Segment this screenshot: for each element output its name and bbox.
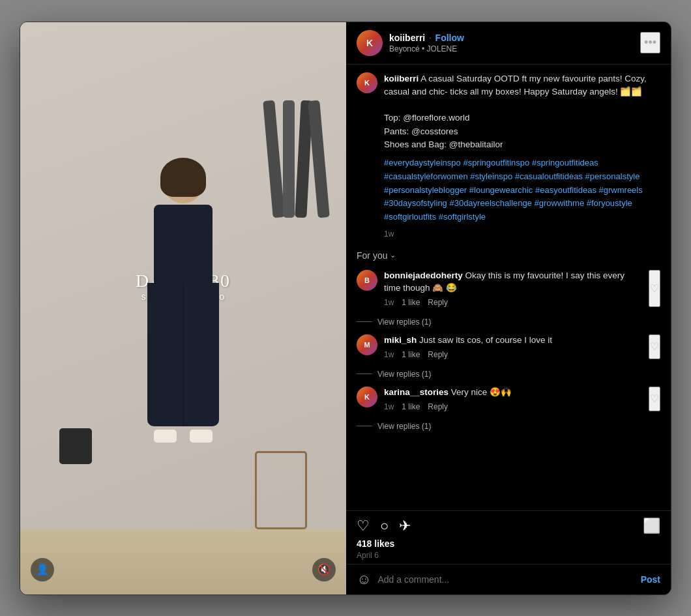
comment-time-0: 1w <box>384 298 394 307</box>
header-info: koiiberri · Follow Beyoncé • JOLENE <box>389 33 640 53</box>
comment-input[interactable] <box>377 574 634 585</box>
post-header: K koiiberri · Follow Beyoncé • JOLENE ••… <box>346 22 671 65</box>
person-foot-right <box>190 430 213 443</box>
bag <box>59 428 92 464</box>
action-icons: ♡ ○ ✈ ⬜ <box>357 518 660 535</box>
person-foot-left <box>154 430 177 443</box>
caption-username[interactable]: koiiberri <box>384 74 419 83</box>
view-replies-2[interactable]: View replies (1) <box>377 422 431 431</box>
commenter-content-2: Very nice 😍🙌 <box>451 387 512 397</box>
comment-meta-0: 1w 1 like Reply <box>384 298 642 307</box>
person-pants <box>147 283 219 426</box>
video-controls: 👤 🔇 <box>20 558 346 581</box>
reply-button-2[interactable]: Reply <box>428 402 448 411</box>
person-head <box>164 164 203 203</box>
comment-row: B bonniejadedoherty Okay this is my favo… <box>357 270 660 307</box>
post-comment-button[interactable]: Post <box>641 574 660 585</box>
follow-button[interactable]: Follow <box>435 33 464 43</box>
author-username[interactable]: koiiberri <box>389 33 425 43</box>
like-button[interactable]: ♡ <box>357 518 370 535</box>
song-title: JOLENE <box>427 44 458 53</box>
dot-separator: · <box>429 33 431 42</box>
add-comment-row: ☺ Post <box>346 564 671 594</box>
author-avatar[interactable]: K <box>357 30 383 56</box>
mute-icon: 🔇 <box>317 563 331 576</box>
like-comment-1[interactable]: ♡ <box>649 334 660 359</box>
comment-text-1: miki_sh Just saw its cos, of course I lo… <box>384 334 642 347</box>
view-replies-0[interactable]: View replies (1) <box>377 317 431 327</box>
commenter-username-2[interactable]: karina__stories <box>384 387 448 397</box>
hashtags: #everydaystyleinspo #springoutfitinspo #… <box>384 156 660 224</box>
view-replies-row-2: View replies (1) <box>357 422 660 431</box>
heart-icon: ♡ <box>357 518 370 535</box>
profile-button[interactable]: 👤 <box>31 558 54 581</box>
caption-body: A casual Saturday OOTD ft my new favouri… <box>384 74 647 96</box>
commenter-avatar-1[interactable]: M <box>357 334 377 355</box>
likes-count: 418 likes <box>357 538 660 549</box>
post-caption: K koiiberri A casual Saturday OOTD ft my… <box>357 72 660 240</box>
mute-button[interactable]: 🔇 <box>312 558 336 581</box>
commenter-username-0[interactable]: bonniejadedoherty <box>384 271 463 280</box>
post-actions: ♡ ○ ✈ ⬜ 418 likes April 6 <box>346 510 671 564</box>
comment-body-1: miki_sh Just saw its cos, of course I lo… <box>384 334 642 359</box>
like-comment-0[interactable]: ♡ <box>649 270 660 307</box>
header-top: koiiberri · Follow <box>389 33 640 43</box>
emoji-button[interactable]: ☺ <box>357 571 371 588</box>
chair <box>255 451 307 529</box>
for-you-row[interactable]: For you ⌄ <box>357 250 660 261</box>
caption-avatar[interactable]: K <box>357 72 377 93</box>
view-replies-row-1: View replies (1) <box>357 370 660 379</box>
comment-meta-2: 1w 1 like Reply <box>384 402 642 411</box>
bookmark-button[interactable]: ⬜ <box>643 518 660 535</box>
commenter-avatar-0[interactable]: B <box>357 270 377 291</box>
replies-line-0 <box>357 321 372 322</box>
bookmark-icon: ⬜ <box>643 518 660 535</box>
share-icon: ✈ <box>399 518 411 535</box>
comment-likes-2: 1 like <box>402 402 420 411</box>
video-panel: DAY 19/30 spring outfit inspo 👤 🔇 <box>20 22 346 594</box>
comment-row-2: K karina__stories Very nice 😍🙌 1w 1 like… <box>357 387 660 411</box>
person-figure <box>118 164 248 542</box>
view-replies-row-0: View replies (1) <box>357 317 660 327</box>
replies-line-1 <box>357 374 372 374</box>
profile-icon: 👤 <box>36 563 49 576</box>
person-body <box>154 205 213 283</box>
comment-time-2: 1w <box>384 402 394 411</box>
share-button[interactable]: ✈ <box>399 518 411 535</box>
for-you-label: For you <box>357 250 387 261</box>
comment-likes-1: 1 like <box>402 350 420 359</box>
reply-button-1[interactable]: Reply <box>428 350 448 359</box>
commenter-content-1: Just saw its cos, of course I love it <box>419 335 552 345</box>
comments-scroll[interactable]: K koiiberri A casual Saturday OOTD ft my… <box>346 65 671 510</box>
chevron-down-icon: ⌄ <box>390 251 396 259</box>
commenter-avatar-2[interactable]: K <box>357 387 377 407</box>
song-artist: Beyoncé <box>389 44 420 53</box>
commenter-username-1[interactable]: miki_sh <box>384 335 417 345</box>
comment-likes-0: 1 like <box>402 298 420 307</box>
comment-text-0: bonniejadedoherty Okay this is my favour… <box>384 270 642 295</box>
comment-icon: ○ <box>380 518 389 535</box>
hanging-clothes <box>268 100 333 231</box>
comment-meta-1: 1w 1 like Reply <box>384 350 642 359</box>
more-options-button[interactable]: ••• <box>640 32 660 53</box>
person-hair <box>160 158 206 197</box>
more-icon: ••• <box>644 36 656 49</box>
view-replies-1[interactable]: View replies (1) <box>377 370 431 379</box>
caption-timestamp: 1w <box>384 228 660 240</box>
person-feet <box>118 430 248 443</box>
emoji-icon: ☺ <box>357 571 371 587</box>
post-date: April 6 <box>357 551 660 560</box>
caption-text: koiiberri A casual Saturday OOTD ft my n… <box>384 72 660 240</box>
comment-text-2: karina__stories Very nice 😍🙌 <box>384 387 642 399</box>
comments-panel: K koiiberri · Follow Beyoncé • JOLENE ••… <box>346 22 671 594</box>
comment-body-0: bonniejadedoherty Okay this is my favour… <box>384 270 642 307</box>
comment-body-2: karina__stories Very nice 😍🙌 1w 1 like R… <box>384 387 642 411</box>
reply-button-0[interactable]: Reply <box>428 298 448 307</box>
replies-line-2 <box>357 426 372 426</box>
comment-row-1: M miki_sh Just saw its cos, of course I … <box>357 334 660 359</box>
outfit-details: Top: @floreflore.worldPants: @cosstoresS… <box>384 113 503 149</box>
comment-time-1: 1w <box>384 350 394 359</box>
song-info: Beyoncé • JOLENE <box>389 44 640 53</box>
like-comment-2[interactable]: ♡ <box>649 387 660 411</box>
comment-button[interactable]: ○ <box>380 518 389 535</box>
